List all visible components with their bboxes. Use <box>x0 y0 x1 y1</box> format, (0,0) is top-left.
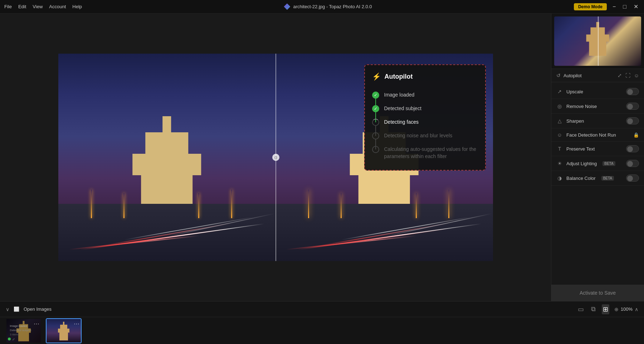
balance-color-label: Balance Color <box>566 176 596 181</box>
zoom-label: 100% <box>621 306 633 312</box>
bottom-toolbar-left: ∨ ⬜ Open Images <box>6 306 52 312</box>
remove-noise-toggle-knob <box>627 104 633 109</box>
sharpen-toggle[interactable] <box>626 117 639 124</box>
balance-color-toggle[interactable] <box>626 175 639 182</box>
autopilot-title: Autopilot <box>385 73 413 80</box>
menu-help[interactable]: Help <box>72 4 82 9</box>
menu-view[interactable]: View <box>33 4 43 9</box>
menu-edit[interactable]: Edit <box>18 4 26 9</box>
face-icon[interactable]: ☺ <box>634 73 639 78</box>
step-dot-2: ✓ <box>372 105 379 112</box>
minimize-button[interactable]: − <box>611 4 617 10</box>
step-text-5: Calculating auto-suggested values for th… <box>384 145 478 160</box>
bottom-bar: ∨ ⬜ Open Images ▭ ⧉ ⊞ ⊕ 100% ∧ ⋯ <box>0 301 644 344</box>
building-silhouette-left <box>124 111 210 218</box>
remove-noise-label: Remove Noise <box>566 104 597 109</box>
demo-mode-button[interactable]: Demo Mode <box>574 3 607 10</box>
autopilot-step-1: ✓ Image loaded <box>372 88 478 102</box>
filmstrip-item-1-status-area: Image loaded Detected subject 3 items <box>10 324 38 337</box>
autopilot-step-4: Detecting noise and blur levels <box>372 129 478 142</box>
adjust-lighting-badge: BETA <box>602 161 615 166</box>
balance-color-icon: ◑ <box>556 175 563 181</box>
filter-adjust-lighting-right <box>626 160 639 167</box>
filmstrip-item-1-corner: ⤢ <box>8 338 15 341</box>
zoom-icon: ⊕ <box>614 306 619 312</box>
filter-adjust-lighting[interactable]: ☀ Adjust Lighting BETA <box>551 156 644 171</box>
filmstrip-item-1-status-line-3: 3 items <box>10 333 19 337</box>
filter-remove-noise-right <box>626 103 639 110</box>
menu-account[interactable]: Account <box>49 4 66 9</box>
filmstrip-item-1-expand-icon[interactable]: ⤢ <box>12 338 15 341</box>
step-dot-1: ✓ <box>372 92 379 99</box>
view-single-button[interactable]: ▭ <box>577 304 585 314</box>
filter-adjust-lighting-left: ☀ Adjust Lighting BETA <box>556 161 615 166</box>
bottom-toolbar: ∨ ⬜ Open Images ▭ ⧉ ⊞ ⊕ 100% ∧ <box>0 301 644 317</box>
expand-icon[interactable]: ⛶ <box>625 73 630 78</box>
filter-sharpen-left: △ Sharpen <box>556 118 584 124</box>
left-image-bg <box>58 54 276 261</box>
filmstrip-item-1[interactable]: ⋯ Image loaded Detected subject 3 items … <box>6 318 42 343</box>
step-text-4: Detecting noise and blur levels <box>384 132 453 139</box>
filmstrip-item-2-overlay: ⋯ <box>74 320 79 327</box>
split-handle[interactable]: ⟨⟩ <box>272 154 279 161</box>
autopilot-header: ⚡ Autopilot <box>372 72 478 81</box>
filter-preserve-text[interactable]: T Preserve Text <box>551 142 644 156</box>
close-button[interactable]: ✕ <box>632 3 640 10</box>
filter-face-detection[interactable]: ☺ Face Detection Not Run 🔒 <box>551 128 644 142</box>
thumbnail-image <box>554 16 641 66</box>
preserve-text-toggle-knob <box>627 146 633 152</box>
mode-icons-right: ⤢ ⛶ ☺ <box>618 73 639 78</box>
filmstrip-item-2[interactable]: ⋯ <box>46 318 82 343</box>
bottom-toolbar-right: ▭ ⧉ ⊞ ⊕ 100% ∧ <box>577 304 638 314</box>
activate-to-save-button[interactable]: Activate to Save <box>551 285 644 301</box>
filter-upscale[interactable]: ↗ Upscale <box>551 84 644 99</box>
autopilot-steps: ✓ Image loaded ✓ Detected subject <box>372 88 478 163</box>
filmstrip: ⋯ Image loaded Detected subject 3 items … <box>0 317 644 344</box>
remove-noise-icon: ◎ <box>556 103 563 109</box>
crop-icon[interactable]: ⤢ <box>618 73 622 78</box>
filter-preserve-text-right <box>626 145 639 152</box>
autopilot-step-5: Calculating auto-suggested values for th… <box>372 142 478 163</box>
filter-face-detection-right: 🔒 <box>633 132 639 138</box>
filter-sharpen[interactable]: △ Sharpen <box>551 114 644 128</box>
filter-balance-color-left: ◑ Balance Color BETA <box>556 175 614 181</box>
adjust-lighting-icon: ☀ <box>556 161 563 166</box>
view-split-button[interactable]: ⊞ <box>602 304 609 314</box>
filter-preserve-text-left: T Preserve Text <box>556 146 595 152</box>
balance-color-toggle-knob <box>627 176 633 181</box>
adjust-lighting-label: Adjust Lighting <box>566 161 597 166</box>
upscale-label: Upscale <box>566 89 583 94</box>
filmstrip-item-2-menu-icon[interactable]: ⋯ <box>74 321 79 327</box>
window-title-area: architect-22.jpg - Topaz Photo AI 2.0.0 <box>284 4 372 10</box>
filter-balance-color[interactable]: ◑ Balance Color BETA <box>551 171 644 186</box>
step-dot-3 <box>372 119 379 126</box>
autopilot-step-3: Detecting faces <box>372 115 478 129</box>
autopilot-popup: ⚡ Autopilot ✓ Image loaded <box>364 64 486 171</box>
upscale-toggle[interactable] <box>626 88 639 95</box>
balance-color-badge: BETA <box>601 176 614 181</box>
face-detection-label: Face Detection Not Run <box>566 132 616 138</box>
step-dot-4 <box>372 132 379 139</box>
zoom-up-button[interactable]: ∧ <box>635 306 638 312</box>
menu-bar: File Edit View Account Help <box>4 4 82 9</box>
filter-upscale-left: ↗ Upscale <box>556 89 583 94</box>
mode-selector[interactable]: ↺ Autopilot ⤢ ⛶ ☺ <box>551 69 644 82</box>
split-divider[interactable]: ⟨⟩ <box>275 54 276 261</box>
step-text-1: Image loaded <box>384 91 415 99</box>
adjust-lighting-toggle[interactable] <box>626 160 639 167</box>
image-container: ⟨⟩ <box>0 14 551 301</box>
canvas-area: ⟨⟩ <box>0 14 551 301</box>
step-dot-5 <box>372 146 379 153</box>
view-compare-button[interactable]: ⧉ <box>590 304 597 314</box>
remove-noise-toggle[interactable] <box>626 103 639 110</box>
preserve-text-toggle[interactable] <box>626 145 639 152</box>
filter-sharpen-right <box>626 117 639 124</box>
open-images-icon: ⬜ <box>14 306 19 312</box>
collapse-button[interactable]: ∨ <box>6 306 9 312</box>
filter-remove-noise[interactable]: ◎ Remove Noise <box>551 99 644 114</box>
upscale-toggle-knob <box>627 89 633 95</box>
menu-file[interactable]: File <box>4 4 12 9</box>
maximize-button[interactable]: □ <box>621 4 628 10</box>
filmstrip-item-1-status-line-2: Detected subject <box>10 329 31 332</box>
sharpen-label: Sharpen <box>566 118 584 124</box>
